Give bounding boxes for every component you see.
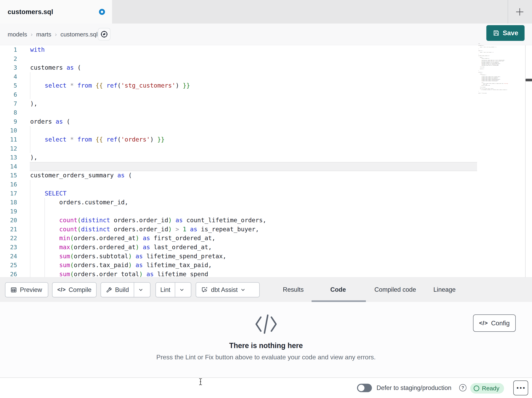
- code-line[interactable]: customers as (: [30, 63, 266, 72]
- code-token: [74, 136, 77, 143]
- table-icon: [10, 287, 17, 293]
- code-token: [92, 136, 95, 143]
- code-line[interactable]: count(distinct orders.order_id) as count…: [30, 216, 266, 225]
- code-token: lifetime_spend: [154, 271, 208, 278]
- code-editor[interactable]: 1234567891011121314151617181920212223242…: [0, 45, 532, 277]
- line-number: 5: [0, 81, 17, 90]
- code-token: (: [70, 261, 74, 268]
- code-token: [74, 82, 77, 89]
- compile-button-label: Compile: [69, 286, 92, 294]
- unsaved-changes-dot-icon: [99, 9, 105, 15]
- code-line[interactable]: ),: [30, 153, 266, 162]
- code-line[interactable]: select * from {{ ref('stg_customers') }}: [30, 81, 266, 90]
- code-token: orders.order_id: [110, 226, 168, 233]
- code-token: sum: [59, 253, 70, 260]
- code-token: customer_orders_summary: [30, 172, 117, 179]
- code-line[interactable]: [30, 180, 266, 189]
- breadcrumb-separator: ›: [31, 31, 32, 38]
- tab-compiled-code[interactable]: Compiled code: [373, 277, 418, 302]
- lint-dropdown-button[interactable]: [175, 283, 189, 297]
- code-line[interactable]: with: [30, 45, 266, 54]
- defer-toggle[interactable]: [357, 384, 372, 392]
- code-line[interactable]: [30, 108, 266, 117]
- navigate-file-button[interactable]: [98, 28, 110, 40]
- code-token: orders: [30, 118, 56, 125]
- code-line[interactable]: orders.customer_id,: [30, 198, 266, 207]
- line-number: 3: [0, 63, 17, 72]
- code-line[interactable]: min(orders.ordered_at) as first_ordered_…: [30, 234, 266, 243]
- file-tab-title: customers.sql: [8, 0, 53, 24]
- build-dropdown-button[interactable]: [134, 283, 147, 297]
- tab-results[interactable]: Results: [282, 277, 304, 302]
- code-token: ref: [106, 82, 117, 89]
- code-token: [139, 244, 143, 251]
- code-line[interactable]: [30, 162, 266, 171]
- ellipsis-icon: •••: [515, 385, 526, 391]
- breadcrumb-item-marts[interactable]: marts: [36, 31, 51, 38]
- code-token: ): [150, 136, 157, 143]
- build-button[interactable]: Build: [101, 282, 151, 297]
- code-line[interactable]: [30, 54, 266, 63]
- code-line[interactable]: [30, 207, 266, 216]
- code-lines: withcustomers as ( select * from {{ ref(…: [30, 45, 266, 279]
- code-line[interactable]: [30, 72, 266, 81]
- line-number: 19: [0, 207, 17, 216]
- status-label: Ready: [482, 385, 500, 392]
- lint-button[interactable]: Lint: [155, 282, 191, 297]
- code-token: distinct: [81, 217, 110, 224]
- code-line[interactable]: SELECT: [30, 189, 266, 198]
- config-button[interactable]: </> Config: [473, 314, 516, 332]
- save-button[interactable]: Save: [486, 25, 525, 41]
- code-token: [186, 226, 190, 233]
- code-token: ): [168, 217, 172, 224]
- code-line[interactable]: count(distinct orders.order_id) > 1 as i…: [30, 225, 266, 234]
- tab-lineage[interactable]: Lineage: [433, 277, 456, 302]
- code-brackets-icon: </>: [479, 320, 488, 326]
- code-token: [179, 226, 183, 233]
- code-token: *: [70, 136, 74, 143]
- code-token: count: [59, 217, 77, 224]
- breadcrumb-item-models[interactable]: models: [8, 31, 27, 38]
- code-token: {{: [95, 136, 103, 143]
- code-line[interactable]: sum(orders.subtotal) as lifetime_spend_p…: [30, 252, 266, 261]
- code-line[interactable]: ),: [30, 99, 266, 108]
- scrollbar-thumb[interactable]: [526, 79, 532, 81]
- code-line[interactable]: customer_orders_summary as (: [30, 171, 266, 180]
- line-number: 21: [0, 225, 17, 234]
- code-line[interactable]: orders as (: [30, 117, 266, 126]
- new-tab-button[interactable]: [514, 6, 525, 18]
- file-tab-customers-sql[interactable]: customers.sql: [0, 0, 112, 24]
- line-number: 25: [0, 261, 17, 270]
- code-line[interactable]: [30, 90, 266, 99]
- minimap[interactable]: with customers as ( select * from {{ ref…: [478, 43, 525, 94]
- code-token: }}: [183, 82, 190, 89]
- code-token: from: [77, 82, 92, 89]
- compile-button[interactable]: </> Compile: [52, 282, 96, 297]
- empty-state-description: Press the Lint or Fix button above to ev…: [0, 353, 532, 361]
- code-brackets-icon: [254, 314, 278, 334]
- tab-code-quality[interactable]: Code quality: [320, 277, 357, 302]
- editor-toolbar: Preview </> Compile Build: [0, 277, 532, 302]
- code-line[interactable]: [30, 144, 266, 153]
- chevron-down-icon: [138, 287, 143, 292]
- code-token: count: [59, 226, 77, 233]
- dbt-assist-button[interactable]: dbt Assist: [196, 282, 260, 297]
- line-number: 11: [0, 135, 17, 144]
- more-options-button[interactable]: •••: [513, 380, 528, 395]
- code-line[interactable]: sum(orders.tax_paid) as lifetime_tax_pai…: [30, 261, 266, 270]
- status-ring-icon: [474, 385, 479, 391]
- code-line[interactable]: max(orders.ordered_at) as last_ordered_a…: [30, 243, 266, 252]
- code-token: from: [77, 136, 92, 143]
- plus-icon: [514, 6, 525, 18]
- code-token: [172, 226, 175, 233]
- preview-button[interactable]: Preview: [5, 282, 48, 297]
- toggle-knob: [358, 385, 364, 391]
- code-token: (: [70, 271, 74, 278]
- breadcrumb: models › marts › customers.sql: [8, 24, 98, 45]
- code-token: [67, 136, 70, 143]
- help-icon[interactable]: ?: [459, 384, 466, 391]
- code-line[interactable]: [30, 126, 266, 135]
- code-token: [30, 244, 59, 251]
- status-badge: Ready: [470, 383, 504, 394]
- code-line[interactable]: select * from {{ ref('orders') }}: [30, 135, 266, 144]
